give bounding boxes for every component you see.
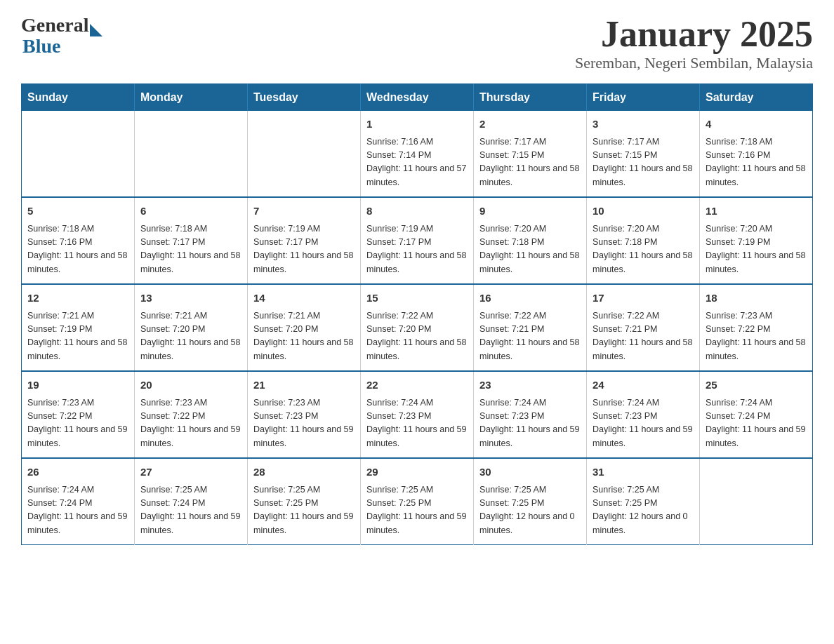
logo: General Blue <box>21 14 102 56</box>
day-info: Sunrise: 7:22 AM Sunset: 7:21 PM Dayligh… <box>593 309 694 364</box>
calendar-cell: 5Sunrise: 7:18 AM Sunset: 7:16 PM Daylig… <box>22 197 135 284</box>
day-number: 5 <box>27 203 128 220</box>
calendar-cell: 21Sunrise: 7:23 AM Sunset: 7:23 PM Dayli… <box>248 371 361 458</box>
month-title: January 2025 <box>575 14 813 54</box>
calendar-cell: 30Sunrise: 7:25 AM Sunset: 7:25 PM Dayli… <box>474 458 587 545</box>
day-number: 1 <box>366 116 468 133</box>
day-number: 15 <box>366 290 468 307</box>
day-info: Sunrise: 7:21 AM Sunset: 7:19 PM Dayligh… <box>27 309 128 364</box>
day-number: 31 <box>593 464 694 481</box>
calendar-cell: 28Sunrise: 7:25 AM Sunset: 7:25 PM Dayli… <box>248 458 361 545</box>
calendar-cell: 8Sunrise: 7:19 AM Sunset: 7:17 PM Daylig… <box>361 197 474 284</box>
header: General Blue January 2025 Seremban, Nege… <box>21 14 813 72</box>
day-number: 24 <box>593 377 694 394</box>
logo-general-text: General <box>21 14 88 36</box>
calendar-week-5: 26Sunrise: 7:24 AM Sunset: 7:24 PM Dayli… <box>22 458 813 545</box>
calendar-cell: 22Sunrise: 7:24 AM Sunset: 7:23 PM Dayli… <box>361 371 474 458</box>
day-number: 19 <box>27 377 128 394</box>
day-number: 16 <box>479 290 581 307</box>
calendar-week-2: 5Sunrise: 7:18 AM Sunset: 7:16 PM Daylig… <box>22 197 813 284</box>
day-number: 12 <box>27 290 128 307</box>
day-info: Sunrise: 7:21 AM Sunset: 7:20 PM Dayligh… <box>253 309 355 364</box>
day-info: Sunrise: 7:22 AM Sunset: 7:20 PM Dayligh… <box>366 309 468 364</box>
calendar-cell <box>135 111 248 197</box>
calendar-cell <box>700 458 813 545</box>
day-info: Sunrise: 7:24 AM Sunset: 7:23 PM Dayligh… <box>593 396 694 451</box>
header-friday: Friday <box>587 84 700 112</box>
day-info: Sunrise: 7:18 AM Sunset: 7:16 PM Dayligh… <box>706 135 807 190</box>
header-wednesday: Wednesday <box>361 84 474 112</box>
calendar-cell: 20Sunrise: 7:23 AM Sunset: 7:22 PM Dayli… <box>135 371 248 458</box>
header-tuesday: Tuesday <box>248 84 361 112</box>
calendar-cell: 6Sunrise: 7:18 AM Sunset: 7:17 PM Daylig… <box>135 197 248 284</box>
calendar-cell: 9Sunrise: 7:20 AM Sunset: 7:18 PM Daylig… <box>474 197 587 284</box>
day-info: Sunrise: 7:24 AM Sunset: 7:24 PM Dayligh… <box>27 483 128 538</box>
calendar-cell: 29Sunrise: 7:25 AM Sunset: 7:25 PM Dayli… <box>361 458 474 545</box>
day-info: Sunrise: 7:23 AM Sunset: 7:22 PM Dayligh… <box>140 396 241 451</box>
calendar-cell: 7Sunrise: 7:19 AM Sunset: 7:17 PM Daylig… <box>248 197 361 284</box>
day-number: 29 <box>366 464 468 481</box>
day-info: Sunrise: 7:20 AM Sunset: 7:19 PM Dayligh… <box>706 222 807 277</box>
day-info: Sunrise: 7:19 AM Sunset: 7:17 PM Dayligh… <box>253 222 355 277</box>
day-number: 13 <box>140 290 241 307</box>
day-number: 21 <box>253 377 355 394</box>
day-info: Sunrise: 7:25 AM Sunset: 7:25 PM Dayligh… <box>253 483 355 538</box>
weekday-header-row: Sunday Monday Tuesday Wednesday Thursday… <box>22 84 813 112</box>
day-number: 27 <box>140 464 241 481</box>
day-number: 10 <box>593 203 694 220</box>
calendar-cell: 16Sunrise: 7:22 AM Sunset: 7:21 PM Dayli… <box>474 284 587 371</box>
day-number: 8 <box>366 203 468 220</box>
calendar-cell: 14Sunrise: 7:21 AM Sunset: 7:20 PM Dayli… <box>248 284 361 371</box>
calendar-cell: 11Sunrise: 7:20 AM Sunset: 7:19 PM Dayli… <box>700 197 813 284</box>
calendar-cell: 4Sunrise: 7:18 AM Sunset: 7:16 PM Daylig… <box>700 111 813 197</box>
calendar-cell: 12Sunrise: 7:21 AM Sunset: 7:19 PM Dayli… <box>22 284 135 371</box>
day-info: Sunrise: 7:24 AM Sunset: 7:23 PM Dayligh… <box>366 396 468 451</box>
calendar-week-4: 19Sunrise: 7:23 AM Sunset: 7:22 PM Dayli… <box>22 371 813 458</box>
calendar-cell: 17Sunrise: 7:22 AM Sunset: 7:21 PM Dayli… <box>587 284 700 371</box>
day-info: Sunrise: 7:25 AM Sunset: 7:25 PM Dayligh… <box>479 483 581 538</box>
calendar-cell: 15Sunrise: 7:22 AM Sunset: 7:20 PM Dayli… <box>361 284 474 371</box>
logo-blue-text: Blue <box>22 36 102 56</box>
day-info: Sunrise: 7:24 AM Sunset: 7:23 PM Dayligh… <box>479 396 581 451</box>
calendar-cell: 19Sunrise: 7:23 AM Sunset: 7:22 PM Dayli… <box>22 371 135 458</box>
day-info: Sunrise: 7:25 AM Sunset: 7:25 PM Dayligh… <box>366 483 468 538</box>
logo-triangle-icon <box>90 24 102 36</box>
calendar-cell: 25Sunrise: 7:24 AM Sunset: 7:24 PM Dayli… <box>700 371 813 458</box>
day-info: Sunrise: 7:23 AM Sunset: 7:23 PM Dayligh… <box>253 396 355 451</box>
day-info: Sunrise: 7:20 AM Sunset: 7:18 PM Dayligh… <box>593 222 694 277</box>
day-info: Sunrise: 7:22 AM Sunset: 7:21 PM Dayligh… <box>479 309 581 364</box>
day-number: 18 <box>706 290 807 307</box>
calendar-cell: 13Sunrise: 7:21 AM Sunset: 7:20 PM Dayli… <box>135 284 248 371</box>
header-sunday: Sunday <box>22 84 135 112</box>
day-info: Sunrise: 7:21 AM Sunset: 7:20 PM Dayligh… <box>140 309 241 364</box>
calendar-cell: 24Sunrise: 7:24 AM Sunset: 7:23 PM Dayli… <box>587 371 700 458</box>
calendar-table: Sunday Monday Tuesday Wednesday Thursday… <box>21 83 813 545</box>
day-info: Sunrise: 7:18 AM Sunset: 7:17 PM Dayligh… <box>140 222 241 277</box>
calendar-cell: 26Sunrise: 7:24 AM Sunset: 7:24 PM Dayli… <box>22 458 135 545</box>
day-number: 25 <box>706 377 807 394</box>
title-area: January 2025 Seremban, Negeri Sembilan, … <box>575 14 813 72</box>
calendar-week-1: 1Sunrise: 7:16 AM Sunset: 7:14 PM Daylig… <box>22 111 813 197</box>
day-number: 7 <box>253 203 355 220</box>
calendar-cell <box>22 111 135 197</box>
day-info: Sunrise: 7:16 AM Sunset: 7:14 PM Dayligh… <box>366 135 468 190</box>
day-info: Sunrise: 7:17 AM Sunset: 7:15 PM Dayligh… <box>593 135 694 190</box>
day-info: Sunrise: 7:18 AM Sunset: 7:16 PM Dayligh… <box>27 222 128 277</box>
calendar-cell: 2Sunrise: 7:17 AM Sunset: 7:15 PM Daylig… <box>474 111 587 197</box>
calendar-cell: 23Sunrise: 7:24 AM Sunset: 7:23 PM Dayli… <box>474 371 587 458</box>
header-thursday: Thursday <box>474 84 587 112</box>
day-info: Sunrise: 7:24 AM Sunset: 7:24 PM Dayligh… <box>706 396 807 451</box>
day-number: 28 <box>253 464 355 481</box>
day-number: 30 <box>479 464 581 481</box>
day-number: 20 <box>140 377 241 394</box>
day-number: 22 <box>366 377 468 394</box>
calendar-cell <box>248 111 361 197</box>
calendar-cell: 10Sunrise: 7:20 AM Sunset: 7:18 PM Dayli… <box>587 197 700 284</box>
day-info: Sunrise: 7:25 AM Sunset: 7:25 PM Dayligh… <box>593 483 694 538</box>
calendar-cell: 18Sunrise: 7:23 AM Sunset: 7:22 PM Dayli… <box>700 284 813 371</box>
header-saturday: Saturday <box>700 84 813 112</box>
calendar-cell: 27Sunrise: 7:25 AM Sunset: 7:24 PM Dayli… <box>135 458 248 545</box>
day-number: 3 <box>593 116 694 133</box>
calendar-cell: 3Sunrise: 7:17 AM Sunset: 7:15 PM Daylig… <box>587 111 700 197</box>
day-number: 14 <box>253 290 355 307</box>
